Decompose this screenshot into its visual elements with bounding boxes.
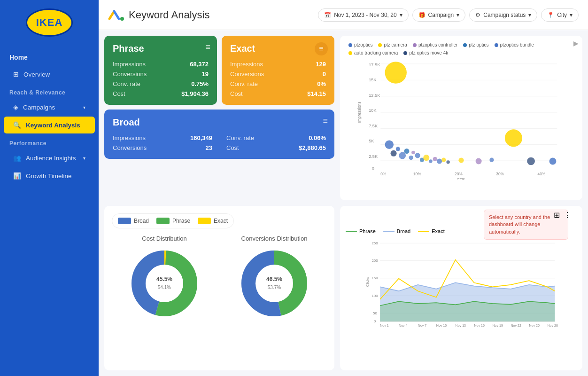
svg-text:40%: 40% (538, 172, 546, 176)
cards-area: Phrase ≡ Impressions 68,372 Conversions … (104, 36, 334, 200)
legend-broad-line: Broad (383, 228, 410, 234)
phrase-impressions-row: Impressions 68,372 (113, 61, 209, 68)
svg-point-35 (433, 157, 437, 161)
bottom-left: Broad Phrase Exact Cost Distribution (104, 206, 334, 370)
area-chart-svg: 250 200 150 100 50 0 Clicks Nov 1 Nov 4 … (346, 237, 577, 329)
phrase-cost-value: $1,904.36 (181, 90, 209, 97)
phrase-impressions-value: 68,372 (190, 61, 209, 68)
header-logo: Keyword Analysis (108, 7, 209, 24)
cost-distribution-title: Cost Distribution (112, 235, 217, 242)
svg-point-29 (409, 156, 413, 160)
conv-donut-svg: 46.5% 53.7% (237, 246, 312, 321)
exact-impressions-value: 129 (316, 61, 326, 68)
header-title: Keyword Analysis (129, 9, 209, 21)
phrase-conv-rate-label: Conv. rate (113, 80, 140, 87)
donut-container: Cost Distribution 45.5% 54.1% (112, 235, 327, 323)
legend-label-move-4k: ptz optics move 4k (409, 50, 448, 55)
svg-text:100: 100 (371, 294, 378, 298)
legend-exact-label: Exact (214, 218, 228, 224)
bubble-chart-area: ptzoptics ptz camera ptzoptics controlle… (340, 36, 582, 200)
sidebar-item-keyword-analysis[interactable]: 🔍 Keyword Analysis (4, 117, 95, 133)
campaigns-chevron: ▾ (83, 105, 85, 110)
legend-broad-color (118, 218, 131, 224)
legend-broad-label: Broad (134, 218, 149, 224)
keyword-icon: 🔍 (13, 121, 21, 129)
city-filter[interactable]: 📍 City ▾ (541, 8, 579, 22)
svg-text:Nov 13: Nov 13 (456, 324, 466, 328)
svg-text:50: 50 (373, 311, 377, 315)
broad-conv-rate-label: Conv. rate (226, 134, 254, 141)
phrase-conv-rate-row: Conv. rate 0.75% (113, 80, 209, 87)
sidebar: IKEA Home ⊞ Overview Reach & Relevance ◈… (0, 0, 99, 376)
svg-point-43 (458, 158, 464, 163)
svg-text:Nov 10: Nov 10 (436, 324, 447, 328)
campaign-chevron: ▾ (456, 12, 459, 18)
overview-label: Overview (23, 71, 50, 78)
broad-conv-rate-value: 0.06% (309, 134, 326, 141)
date-range-filter[interactable]: 📅 Nov 1, 2023 - Nov 30, 20 ▾ (318, 8, 408, 22)
svg-point-0 (120, 17, 124, 21)
sidebar-item-overview[interactable]: ⊞ Overview (4, 66, 95, 83)
sidebar-item-campaigns[interactable]: ◈ Campaigns ▾ (4, 99, 95, 116)
ikea-logo: IKEA (26, 8, 73, 37)
svg-point-42 (489, 158, 494, 162)
legend-label-ptzoptics: ptzoptics (354, 42, 372, 47)
svg-text:17.5K: 17.5K (369, 63, 380, 67)
legend-label-ptz-camera: ptz camera (384, 42, 407, 47)
phrase-line-color (346, 231, 357, 232)
broad-card-title: Broad (113, 117, 326, 128)
phrase-card-stats: Impressions 68,372 Conversions 19 Conv. … (113, 61, 209, 97)
broad-cost-row: Cost $2,880.65 (226, 144, 326, 151)
campaign-status-filter[interactable]: ⚙ Campaign status ▾ (469, 8, 537, 22)
legend-broad: Broad (118, 218, 149, 224)
city-icon: 📍 (547, 12, 554, 18)
exact-conversions-row: Conversions 0 (230, 70, 326, 78)
city-chevron: ▾ (570, 12, 573, 18)
broad-line-color (383, 231, 395, 232)
exact-card-menu[interactable]: ≡ (315, 42, 328, 55)
broad-card-stats: Impressions 160,349 Conv. rate 0.06% Con… (113, 134, 326, 151)
svg-point-26 (396, 147, 400, 151)
campaign-filter[interactable]: 🎁 Campaign ▾ (412, 8, 466, 22)
broad-conversions-row: Conversions 23 (113, 144, 212, 151)
svg-point-31 (415, 153, 420, 158)
legend-label-ptz-optics: ptz optics (469, 42, 488, 47)
exact-conversions-label: Conversions (230, 70, 264, 78)
legend-dot-move-4k (403, 51, 407, 55)
svg-point-38 (446, 160, 449, 164)
play-icon[interactable]: ▶ (573, 39, 579, 47)
legend-phrase-color (156, 218, 170, 224)
date-range-label: Nov 1, 2023 - Nov 30, 20 (334, 12, 396, 18)
phrase-card-menu[interactable]: ≡ (205, 42, 210, 52)
growth-icon: 📊 (13, 172, 21, 180)
broad-card-menu[interactable]: ≡ (323, 116, 328, 126)
legend-auto-tracking: auto tracking camera (348, 50, 398, 55)
legend-bundle: ptzoptics bundle (495, 42, 534, 47)
legend-phrase-label: Phrase (172, 218, 190, 224)
broad-cost-label: Cost (226, 144, 239, 151)
svg-text:45.5%: 45.5% (156, 276, 172, 282)
legend-dot-ptz-optics (463, 43, 467, 47)
chart-icon-table[interactable]: ⊞ (554, 211, 560, 219)
svg-point-33 (423, 155, 429, 161)
cost-distribution: Cost Distribution 45.5% 54.1% (112, 235, 217, 323)
status-icon: ⚙ (475, 12, 480, 18)
city-label: City (557, 12, 567, 18)
growth-timeline-label: Growth Timeline (26, 172, 72, 180)
legend-dot-ptz-camera (378, 43, 382, 47)
sidebar-item-audience-insights[interactable]: 👥 Audience Insights ▾ (4, 149, 95, 166)
svg-text:2.5K: 2.5K (369, 154, 378, 159)
svg-text:0: 0 (372, 166, 374, 171)
legend-label-controller: ptzoptics controller (418, 42, 457, 47)
content-grid: Phrase ≡ Impressions 68,372 Conversions … (99, 30, 588, 376)
chart-icon-more[interactable]: ⋮ (564, 211, 571, 219)
broad-impressions-row: Impressions 160,349 (113, 134, 212, 141)
campaign-filter-icon: 🎁 (418, 12, 426, 18)
svg-text:Nov 28: Nov 28 (547, 324, 557, 328)
sidebar-item-growth-timeline[interactable]: 📊 Growth Timeline (4, 167, 95, 184)
phrase-card: Phrase ≡ Impressions 68,372 Conversions … (104, 36, 217, 105)
legend-exact: Exact (198, 218, 228, 224)
legend-dot-controller (413, 43, 417, 47)
cost-donut-svg: 45.5% 54.1% (127, 246, 202, 321)
legend-dot-ptzoptics (348, 43, 352, 47)
